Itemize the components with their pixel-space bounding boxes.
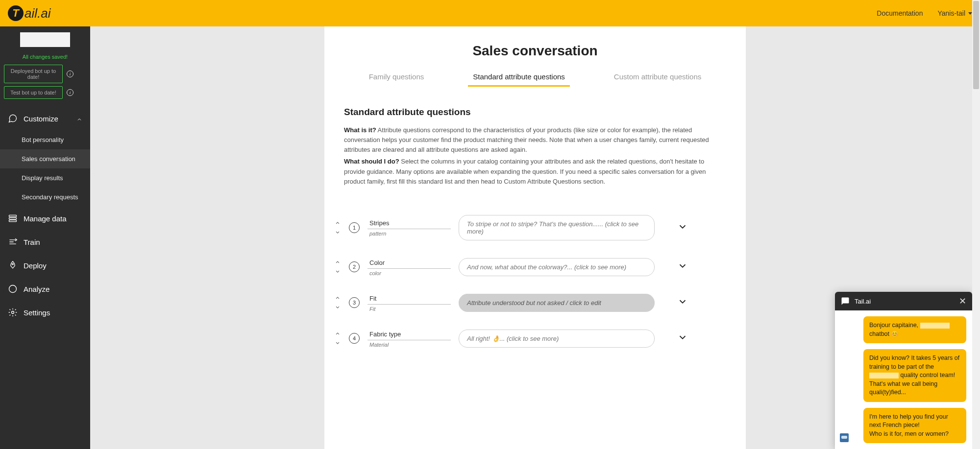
test-status-badge: Test bot up to date!: [4, 86, 63, 99]
info-icon[interactable]: [67, 89, 74, 96]
drag-handle[interactable]: [334, 221, 341, 235]
question-row: 4Fabric typeMaterialAll right! 👌... (cli…: [334, 321, 736, 356]
expand-button[interactable]: [677, 296, 688, 309]
question-sublabel: Fit: [368, 305, 451, 312]
nav-sales-conversation[interactable]: Sales conversation: [0, 149, 90, 168]
nav-settings-label: Settings: [24, 308, 50, 317]
expand-button[interactable]: [677, 332, 688, 345]
svg-point-3: [12, 263, 14, 265]
question-number: 2: [349, 261, 360, 272]
chat-body[interactable]: Bonjour capitaine, chatbot 😊 Did you kno…: [835, 310, 972, 449]
nav-customize[interactable]: Customize: [0, 107, 90, 130]
svg-point-4: [9, 285, 17, 293]
expand-button[interactable]: [677, 221, 688, 234]
question-label-col: Stripespattern: [368, 218, 451, 236]
question-number: 1: [349, 222, 360, 233]
svg-point-5: [12, 311, 14, 314]
bot-avatar-icon: [840, 433, 849, 442]
chat-icon: [841, 297, 850, 306]
questions-list: 1StripespatternTo stripe or not to strip…: [324, 206, 746, 356]
documentation-link[interactable]: Documentation: [877, 9, 923, 17]
nav-secondary-requests[interactable]: Secondary requests: [0, 188, 90, 207]
chevron-up-icon: [76, 116, 82, 121]
redacted-text: [920, 323, 950, 329]
question-label-col: Fabric typeMaterial: [368, 330, 451, 348]
chat-message: Did you know? It takes 5 years of traini…: [863, 349, 966, 402]
question-label[interactable]: Fit: [368, 294, 451, 305]
logo[interactable]: Tail.ai: [8, 5, 50, 21]
nav-manage-data[interactable]: Manage data: [0, 207, 90, 230]
scrollbar-thumb[interactable]: [973, 1, 979, 89]
chat-message: I'm here to help you find your next Fren…: [863, 408, 966, 444]
top-header: Tail.ai Documentation Yanis-tail: [0, 0, 980, 26]
nav-settings[interactable]: Settings: [0, 301, 90, 324]
nav-analyze[interactable]: Analyze: [0, 277, 90, 301]
question-prompt-input[interactable]: All right! 👌... (click to see more): [459, 330, 655, 348]
tabs: Family questions Standard attribute ques…: [324, 72, 746, 87]
logo-text: ail.ai: [24, 6, 50, 21]
what-should-i-do-text: What should I do? Select the columns in …: [344, 157, 726, 186]
user-menu[interactable]: Yanis-tail: [937, 9, 972, 17]
rocket-icon: [8, 260, 18, 270]
deployed-status-badge: Deployed bot up to date!: [4, 65, 63, 83]
chat-close-button[interactable]: ✕: [959, 296, 966, 307]
header-right: Documentation Yanis-tail: [877, 9, 972, 17]
section-title: Standard attribute questions: [344, 107, 726, 118]
logo-mark: T: [8, 5, 24, 21]
chat-bubble-icon: [8, 114, 18, 123]
train-icon: [8, 237, 18, 247]
scrollbar[interactable]: [972, 0, 980, 449]
svg-rect-2: [9, 220, 17, 221]
question-number: 4: [349, 333, 360, 344]
question-row: 1StripespatternTo stripe or not to strip…: [334, 206, 736, 249]
question-label[interactable]: Stripes: [368, 218, 451, 229]
svg-rect-0: [9, 215, 17, 216]
chevron-down-icon: [968, 12, 972, 15]
nav-display-results[interactable]: Display results: [0, 168, 90, 188]
user-name: Yanis-tail: [937, 9, 965, 17]
gear-icon: [8, 307, 18, 317]
question-prompt-input[interactable]: Attribute understood but not asked / cli…: [459, 294, 655, 312]
nav-deploy-label: Deploy: [24, 261, 47, 270]
main-panel: Sales conversation Family questions Stan…: [324, 26, 746, 449]
redacted-text: [869, 373, 899, 378]
sidebar: All changes saved! Deployed bot up to da…: [0, 26, 90, 449]
chat-header[interactable]: Tail.ai ✕: [835, 292, 972, 310]
chat-widget: Tail.ai ✕ Bonjour capitaine, chatbot 😊 D…: [835, 292, 972, 449]
question-label[interactable]: Color: [368, 258, 451, 269]
drag-handle[interactable]: [334, 260, 341, 274]
drag-handle[interactable]: [334, 331, 341, 345]
question-sublabel: Material: [368, 340, 451, 348]
drag-handle[interactable]: [334, 296, 341, 309]
tab-family-questions[interactable]: Family questions: [369, 72, 424, 87]
nav-bot-personality[interactable]: Bot personality: [0, 130, 90, 149]
page-title: Sales conversation: [324, 43, 746, 59]
brand-logo-placeholder: [20, 32, 70, 47]
info-icon[interactable]: [67, 71, 74, 77]
save-status: All changes saved!: [0, 54, 90, 60]
nav-analyze-label: Analyze: [24, 285, 49, 293]
database-icon: [8, 213, 18, 223]
section-intro: Standard attribute questions What is it?…: [324, 107, 746, 187]
question-number: 3: [349, 297, 360, 308]
tab-custom-attribute-questions[interactable]: Custom attribute questions: [614, 72, 701, 87]
chat-message: Bonjour capitaine, chatbot 😊: [863, 316, 966, 343]
question-label[interactable]: Fabric type: [368, 330, 451, 340]
question-prompt-input[interactable]: To stripe or not to stripe? That's the q…: [459, 215, 655, 240]
nav-train[interactable]: Train: [0, 230, 90, 254]
question-sublabel: color: [368, 269, 451, 276]
svg-rect-1: [9, 217, 17, 219]
nav-train-label: Train: [24, 238, 40, 246]
question-row: 2ColorcolorAnd now, what about the color…: [334, 249, 736, 285]
question-prompt-input[interactable]: And now, what about the colorway?... (cl…: [459, 258, 655, 276]
question-label-col: Colorcolor: [368, 258, 451, 276]
analyze-icon: [8, 284, 18, 294]
nav-deploy[interactable]: Deploy: [0, 254, 90, 277]
question-row: 3FitFitAttribute understood but not aske…: [334, 285, 736, 321]
tab-standard-attribute-questions[interactable]: Standard attribute questions: [473, 72, 565, 87]
question-sublabel: pattern: [368, 229, 451, 236]
what-is-it-text: What is it? Attribute questions correspo…: [344, 125, 726, 155]
nav-customize-label: Customize: [24, 115, 58, 123]
nav-manage-data-label: Manage data: [24, 214, 67, 223]
expand-button[interactable]: [677, 260, 688, 273]
